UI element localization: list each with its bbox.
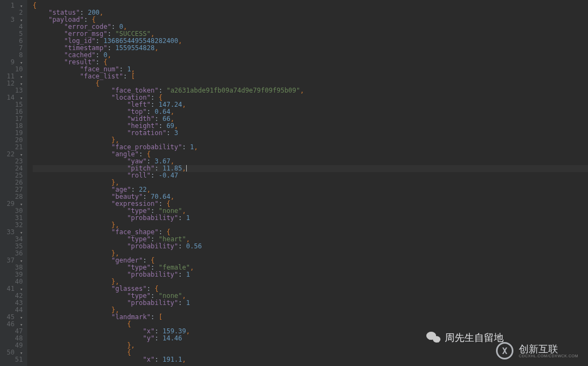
json-number: 1 <box>186 214 190 222</box>
code-line[interactable]: "status": 200, <box>33 9 588 16</box>
json-key: "face_list" <box>80 72 123 80</box>
json-number: 3.67 <box>155 157 170 165</box>
json-punctuation: { <box>127 349 131 356</box>
json-key: "cached" <box>64 51 96 59</box>
json-key: "pitch" <box>127 164 155 172</box>
json-punctuation: }, <box>112 306 119 314</box>
code-editor[interactable]: 1 ▾23 ▾456789 ▾1011 ▾12 ▾1314 ▾151617181… <box>0 0 588 366</box>
json-punctuation: }, <box>112 249 119 257</box>
json-punctuation: , <box>107 51 111 59</box>
json-key: "x" <box>143 327 155 335</box>
wechat-label: 周先生自留地 <box>445 331 504 344</box>
json-punctuation: , <box>170 115 174 123</box>
json-punctuation: [ <box>131 72 135 80</box>
json-key: "probability" <box>127 214 178 222</box>
brand-watermark: X 创新互联 CDCXHL.COM/CDXWCK.COM <box>496 342 578 359</box>
json-key: "rotation" <box>127 129 166 137</box>
json-string: "a2631abde91fb09a74d9e79f09f95b09" <box>167 87 301 94</box>
json-number: 3 <box>174 129 178 137</box>
json-key: "probability" <box>127 271 178 278</box>
json-punctuation: , <box>300 87 304 94</box>
json-key: "y" <box>143 334 155 342</box>
json-number: 1 <box>186 299 190 307</box>
json-punctuation: , <box>186 327 190 335</box>
brand-badge-icon: X <box>496 342 513 359</box>
json-punctuation: , <box>170 193 174 200</box>
json-string: "SUCCESS" <box>115 30 151 38</box>
json-punctuation: }, <box>112 179 119 186</box>
json-punctuation: { <box>103 58 107 66</box>
json-punctuation: }, <box>112 278 119 285</box>
json-number: 70.64 <box>151 193 170 200</box>
json-punctuation: , <box>182 164 186 172</box>
json-string: "female" <box>158 264 190 271</box>
json-punctuation: , <box>131 65 135 73</box>
json-key: "top" <box>127 108 146 115</box>
code-line[interactable]: "face_list": [ <box>33 73 588 80</box>
json-key: "type" <box>127 235 150 243</box>
json-key: "error_code" <box>64 23 112 30</box>
json-key: "height" <box>127 122 158 130</box>
json-punctuation: { <box>158 94 162 101</box>
json-punctuation: { <box>147 150 151 158</box>
json-number: 200 <box>88 9 100 16</box>
json-key: "beauty" <box>112 193 143 200</box>
json-number: 66 <box>162 115 170 123</box>
json-string: "none" <box>158 292 182 300</box>
code-area[interactable]: { "status": 200, "payload": { "error_cod… <box>27 0 588 366</box>
json-key: "gender" <box>112 257 143 264</box>
json-punctuation: { <box>167 200 170 208</box>
json-key: "x" <box>143 356 155 363</box>
json-punctuation: , <box>151 30 155 38</box>
json-number: 147.24 <box>158 101 182 108</box>
json-key: "yaw" <box>127 157 146 165</box>
code-line[interactable]: { <box>33 2 588 9</box>
line-number: 51 <box>7 356 23 363</box>
json-punctuation: , <box>147 186 151 193</box>
json-number: 1 <box>127 65 131 73</box>
json-punctuation: , <box>178 37 182 45</box>
json-key: "roll" <box>127 172 150 179</box>
line-number-gutter[interactable]: 1 ▾23 ▾456789 ▾1011 ▾12 ▾1314 ▾151617181… <box>0 0 27 366</box>
brand-name: 创新互联 <box>519 344 578 354</box>
json-key: "face_num" <box>80 65 119 73</box>
json-punctuation: , <box>170 157 174 165</box>
json-punctuation: [ <box>158 313 162 321</box>
json-key: "face_probability" <box>112 143 182 151</box>
json-punctuation: , <box>170 108 174 115</box>
json-number: 69 <box>167 122 174 130</box>
json-number: 22 <box>139 186 146 193</box>
json-punctuation: { <box>96 80 100 87</box>
json-punctuation: , <box>190 264 194 271</box>
json-key: "log_id" <box>64 37 96 45</box>
json-punctuation: , <box>174 122 178 130</box>
json-key: "width" <box>127 115 155 123</box>
json-string: "none" <box>158 207 182 215</box>
text-cursor <box>186 165 187 172</box>
json-punctuation: , <box>155 44 158 52</box>
json-number: 1559554828 <box>115 44 155 52</box>
code-line[interactable]: "cached": 0, <box>33 52 588 59</box>
json-key: "result" <box>64 58 96 66</box>
code-line[interactable]: "timestamp": 1559554828, <box>33 45 588 52</box>
brand-subtext: CDCXHL.COM/CDXWCK.COM <box>519 354 578 358</box>
json-key: "type" <box>127 264 150 271</box>
json-punctuation: }, <box>112 221 119 229</box>
json-key: "error_msg" <box>64 30 107 38</box>
json-punctuation: }, <box>127 341 134 349</box>
json-key: "type" <box>127 292 150 300</box>
json-string: "heart" <box>158 235 186 243</box>
json-key: "probability" <box>127 242 178 250</box>
json-key: "landmark" <box>112 313 151 321</box>
json-key: "payload" <box>48 16 84 23</box>
json-key: "face_shape" <box>112 228 159 236</box>
json-number: 0.56 <box>186 242 202 250</box>
json-number: 0.64 <box>155 108 170 115</box>
json-number: 191.1 <box>162 356 182 363</box>
json-key: "type" <box>127 207 150 215</box>
json-punctuation: , <box>123 23 127 30</box>
json-number: 11.85 <box>162 164 182 172</box>
json-punctuation: , <box>182 207 186 215</box>
json-key: "left" <box>127 101 150 108</box>
json-number: 159.39 <box>162 327 186 335</box>
